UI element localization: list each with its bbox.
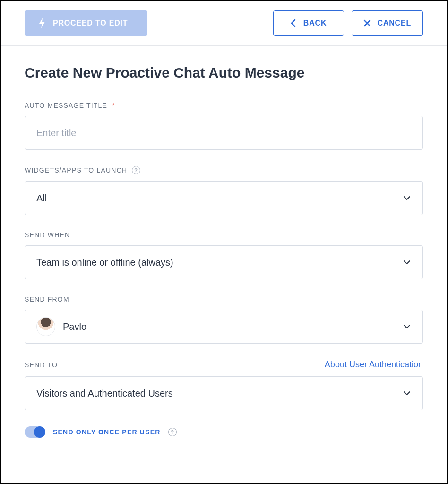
send-to-value: Visitors and Authenticated Users bbox=[36, 388, 173, 399]
widgets-select[interactable]: All bbox=[25, 181, 423, 215]
chevron-down-icon bbox=[403, 194, 411, 202]
lightning-icon bbox=[38, 17, 46, 29]
field-send-from: SEND FROM Pavlo bbox=[25, 295, 423, 344]
field-label-send-when: SEND WHEN bbox=[25, 231, 70, 239]
field-send-to: SEND TO About User Authentication Visito… bbox=[25, 360, 423, 410]
field-widgets-apps: WIDGETS/APPS TO LAUNCH ? All bbox=[25, 166, 423, 215]
field-label-title: AUTO MESSAGE TITLE * bbox=[25, 102, 115, 109]
cancel-button-label: CANCEL bbox=[378, 19, 411, 27]
back-button-label: BACK bbox=[303, 19, 327, 27]
cancel-button[interactable]: CANCEL bbox=[352, 10, 423, 36]
chevron-down-icon bbox=[403, 389, 411, 398]
send-when-value: Team is online or offline (always) bbox=[36, 257, 173, 268]
widgets-select-value: All bbox=[36, 193, 47, 204]
proceed-button-label: PROCEED TO EDIT bbox=[53, 19, 128, 27]
page-title: Create New Proactive Chat Auto Message bbox=[25, 65, 423, 81]
avatar bbox=[36, 317, 55, 336]
required-marker: * bbox=[112, 102, 115, 109]
content: Create New Proactive Chat Auto Message A… bbox=[1, 46, 447, 438]
back-button[interactable]: BACK bbox=[273, 10, 344, 36]
toolbar: PROCEED TO EDIT BACK CANCEL bbox=[1, 1, 447, 46]
close-icon bbox=[363, 19, 371, 27]
title-input[interactable] bbox=[25, 116, 423, 150]
field-auto-message-title: AUTO MESSAGE TITLE * bbox=[25, 102, 423, 150]
send-from-select[interactable]: Pavlo bbox=[25, 310, 423, 344]
send-once-toggle[interactable] bbox=[25, 426, 45, 438]
field-label-send-to: SEND TO bbox=[25, 361, 58, 369]
chevron-down-icon bbox=[403, 322, 411, 331]
chevron-down-icon bbox=[403, 258, 411, 267]
help-icon[interactable]: ? bbox=[168, 428, 177, 436]
proceed-to-edit-button[interactable]: PROCEED TO EDIT bbox=[25, 10, 147, 36]
chevron-left-icon bbox=[290, 19, 297, 27]
send-to-select[interactable]: Visitors and Authenticated Users bbox=[25, 376, 423, 410]
toggle-knob bbox=[34, 426, 45, 438]
about-user-authentication-link[interactable]: About User Authentication bbox=[325, 360, 423, 370]
help-icon[interactable]: ? bbox=[132, 166, 140, 174]
send-once-toggle-row: SEND ONLY ONCE PER USER ? bbox=[25, 426, 423, 438]
send-from-value: Pavlo bbox=[63, 321, 86, 332]
field-send-when: SEND WHEN Team is online or offline (alw… bbox=[25, 231, 423, 279]
send-once-label: SEND ONLY ONCE PER USER bbox=[53, 428, 161, 436]
field-label-send-from: SEND FROM bbox=[25, 295, 69, 303]
field-label-widgets: WIDGETS/APPS TO LAUNCH ? bbox=[25, 166, 140, 174]
send-when-select[interactable]: Team is online or offline (always) bbox=[25, 245, 423, 279]
